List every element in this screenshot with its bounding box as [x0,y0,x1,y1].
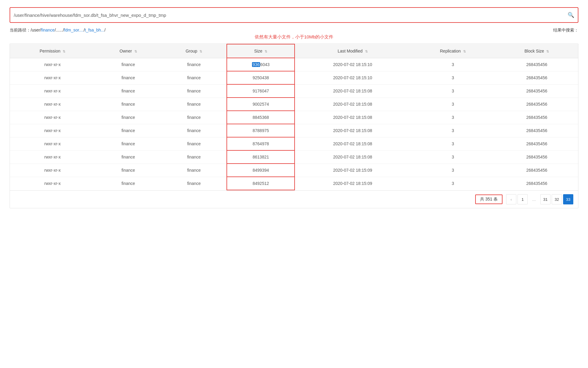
cell-permission: rwxr-xr-x [10,84,95,98]
cell-group: finance [161,164,227,177]
warning-text: 依然有大量小文件，小于10Mb的小文件 [10,34,578,40]
breadcrumb-suffix: / [104,28,106,32]
cell-permission: rwxr-xr-x [10,58,95,71]
table-row: rwxr-xr-x finance finance 9002574 2020-0… [10,98,578,111]
cell-replication: 3 [410,71,496,84]
cell-last-modified: 2020-07-02 18:15:08 [295,111,410,124]
cell-owner: finance [95,124,161,137]
cell-last-modified: 2020-07-02 18:15:08 [295,137,410,150]
cell-group: finance [161,58,227,71]
cell-group: finance [161,98,227,111]
cell-permission: rwxr-xr-x [10,177,95,190]
cell-block-size: 268435456 [496,150,578,164]
sort-icon-group: ⇅ [200,50,202,53]
cell-size: 8845368 [227,111,295,124]
cell-permission: rwxr-xr-x [10,124,95,137]
breadcrumb-link-finance[interactable]: finance [41,28,55,32]
cell-owner: finance [95,58,161,71]
data-table: Permission ⇅ Owner ⇅ Group ⇅ Size ⇅ [10,44,578,208]
breadcrumb-link-fdm[interactable]: fdm_sor.... [64,28,83,32]
cell-block-size: 268435456 [496,124,578,137]
prev-page-button[interactable]: ‹ [506,194,516,204]
cell-block-size: 268435456 [496,164,578,177]
col-header-block-size[interactable]: Block Size ⇅ [496,44,578,58]
breadcrumb: 当前路径：/user/finance/....../fdm_sor..../t_… [10,28,106,33]
page-1-button[interactable]: 1 [518,194,528,204]
table-row: rwxr-xr-x finance finance 8499394 2020-0… [10,164,578,177]
search-bar: 🔍 [10,7,578,23]
cell-group: finance [161,84,227,98]
col-header-replication[interactable]: Replication ⇅ [410,44,496,58]
sort-icon-size: ⇅ [265,50,267,53]
cell-block-size: 268435456 [496,137,578,150]
table-header-row: Permission ⇅ Owner ⇅ Group ⇅ Size ⇅ [10,44,578,58]
cell-block-size: 268435456 [496,58,578,71]
cell-permission: rwxr-xr-x [10,111,95,124]
cell-group: finance [161,111,227,124]
search-in-result-label: 结果中搜索： [553,28,578,33]
cell-owner: finance [95,150,161,164]
page-32-button[interactable]: 32 [552,194,562,204]
table-row: rwxr-xr-x finance finance 9366043 2020-0… [10,58,578,71]
cell-permission: rwxr-xr-x [10,137,95,150]
size-highlight: 936 [252,62,260,67]
col-header-group[interactable]: Group ⇅ [161,44,227,58]
table-row: rwxr-xr-x finance finance 8788975 2020-0… [10,124,578,137]
cell-last-modified: 2020-07-02 18:15:09 [295,164,410,177]
page-31-button[interactable]: 31 [540,194,550,204]
search-input[interactable] [14,13,568,18]
cell-last-modified: 2020-07-02 18:15:10 [295,58,410,71]
cell-permission: rwxr-xr-x [10,164,95,177]
table-row: rwxr-xr-x finance finance 8764978 2020-0… [10,137,578,150]
cell-size: 8499394 [227,164,295,177]
page-wrapper: 🔍 当前路径：/user/finance/....../fdm_sor..../… [0,0,588,216]
cell-size: 9366043 [227,58,295,71]
cell-last-modified: 2020-07-02 18:15:09 [295,177,410,190]
cell-group: finance [161,124,227,137]
pagination-row: 共 351 条 ‹ 1 … 31 32 33 [10,190,578,208]
cell-owner: finance [95,71,161,84]
cell-block-size: 268435456 [496,177,578,190]
breadcrumb-prefix: 当前路径：/user/ [10,28,41,32]
cell-owner: finance [95,177,161,190]
sort-icon-replication: ⇅ [463,50,466,53]
cell-replication: 3 [410,124,496,137]
cell-owner: finance [95,164,161,177]
table-row: rwxr-xr-x finance finance 9250438 2020-0… [10,71,578,84]
cell-replication: 3 [410,137,496,150]
cell-permission: rwxr-xr-x [10,98,95,111]
cell-block-size: 268435456 [496,84,578,98]
sort-icon-owner: ⇅ [134,50,137,53]
col-header-permission[interactable]: Permission ⇅ [10,44,95,58]
col-header-size[interactable]: Size ⇅ [227,44,295,58]
col-header-owner[interactable]: Owner ⇅ [95,44,161,58]
cell-block-size: 268435456 [496,71,578,84]
cell-size: 9250438 [227,71,295,84]
cell-last-modified: 2020-07-02 18:15:08 [295,124,410,137]
cell-owner: finance [95,137,161,150]
col-header-last-modified[interactable]: Last Modified ⇅ [295,44,410,58]
cell-size: 9002574 [227,98,295,111]
cell-replication: 3 [410,150,496,164]
cell-replication: 3 [410,111,496,124]
cell-last-modified: 2020-07-02 18:15:08 [295,84,410,98]
cell-permission: rwxr-xr-x [10,71,95,84]
cell-replication: 3 [410,58,496,71]
search-icon[interactable]: 🔍 [568,12,574,18]
cell-size: 8788975 [227,124,295,137]
cell-block-size: 268435456 [496,111,578,124]
cell-group: finance [161,150,227,164]
page-33-button[interactable]: 33 [563,194,573,204]
cell-replication: 3 [410,98,496,111]
table-row: rwxr-xr-x finance finance 8845368 2020-0… [10,111,578,124]
cell-size: 8613821 [227,150,295,164]
breadcrumb-link-tfsa[interactable]: t_fsa_bh... [85,28,104,32]
sort-icon-block-size: ⇅ [546,50,549,53]
breadcrumb-sep1: /....../ [55,28,64,32]
cell-group: finance [161,177,227,190]
cell-replication: 3 [410,164,496,177]
cell-last-modified: 2020-07-02 18:15:08 [295,98,410,111]
cell-permission: rwxr-xr-x [10,150,95,164]
cell-group: finance [161,137,227,150]
cell-replication: 3 [410,177,496,190]
